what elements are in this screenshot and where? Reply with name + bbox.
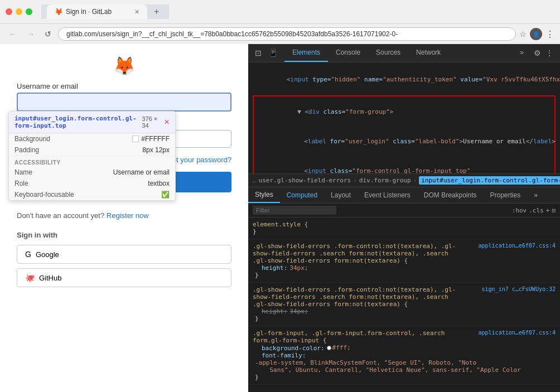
tab-network[interactable]: Network (408, 44, 448, 62)
register-text: Don't have an account yet? Register now (0, 211, 248, 220)
element-picker-button[interactable]: ⊡ (253, 46, 264, 60)
bg-label: Background (15, 135, 50, 143)
google-icon: G (25, 250, 31, 259)
tooltip-close-icon[interactable]: ✕ (164, 118, 170, 126)
styles-tab-bar: Styles Computed Layout Event Listeners D… (248, 187, 560, 204)
new-rule-icon[interactable]: ⊡ (552, 207, 556, 214)
breadcrumb-ellipsis: … (253, 177, 257, 184)
more-options-button[interactable]: ⋮ (545, 29, 554, 40)
tab-sources[interactable]: Sources (368, 44, 408, 62)
prop-name-height-2: height: (253, 308, 287, 315)
settings-icon[interactable]: ⚙ (532, 46, 543, 60)
minimize-button[interactable] (16, 8, 22, 15)
styles-tab-more[interactable]: » (527, 188, 544, 202)
github-icon: 🐙 (25, 273, 35, 282)
html-line-4: <input class="form-control gl-form-input… (256, 156, 552, 174)
sign-in-with-label: Sign in with (17, 231, 231, 239)
username-input[interactable] (17, 93, 231, 112)
style-rule-element: element.style { } (248, 217, 560, 239)
a11y-name-label: Name (15, 168, 32, 176)
devtools-panel: ⊡ 📱 Elements Console Sources Network » ⚙… (248, 44, 560, 392)
prop-val-height-2: 34px; (289, 308, 308, 315)
filter-input[interactable] (253, 206, 336, 215)
tooltip-size: 376 × 34 (142, 115, 160, 129)
rule-header-4: .gl-form-input, .gl-form-input.form-cont… (253, 330, 556, 344)
back-button[interactable]: ← (6, 28, 20, 40)
styles-tab-computed[interactable]: Computed (280, 188, 324, 202)
profile-button[interactable]: 👤 (530, 28, 542, 40)
hov-toggle[interactable]: :hov (512, 207, 527, 214)
gitlab-page: input#user_login.form-control.gl-form-in… (0, 44, 248, 392)
tab-close-button[interactable]: ✕ (134, 8, 139, 16)
html-line-3: <label for="user_login" class="label-bol… (256, 127, 552, 157)
forward-button[interactable]: → (23, 28, 38, 40)
accessibility-section: ACCESSIBILITY Name Username or email Rol… (9, 156, 175, 200)
prop-val-bg: #fff; (332, 344, 351, 351)
styles-tab-styles[interactable]: Styles (248, 187, 280, 203)
prop-row-height-1: height: 34px; (253, 264, 556, 272)
title-bar: 🦊 Sign in · GitLab ✕ + (0, 0, 560, 23)
a11y-role-row: Role textbox (9, 178, 175, 189)
source-4[interactable]: application…e6f07.css:4 (479, 330, 556, 336)
styles-tab-layout[interactable]: Layout (324, 188, 358, 202)
devtools-more-options[interactable]: ⋮ (543, 46, 556, 60)
tooltip-element-name: input#user_login.form-control.gl-form-in… (15, 115, 142, 129)
new-tab-button[interactable]: + (149, 4, 163, 19)
gitlab-logo: 🦊 (113, 56, 136, 76)
social-signin-section: Sign in with G Google 🐙 GitHub (0, 225, 248, 287)
rule-close-4: } (253, 374, 556, 381)
prop-val-height-1: 34px; (289, 264, 308, 272)
selector-1: element.style { (253, 221, 308, 228)
tooltip-box: input#user_login.form-control.gl-form-in… (8, 111, 176, 201)
padding-value: 8px 12px (142, 146, 170, 154)
accessibility-label: ACCESSIBILITY (9, 157, 175, 167)
tab-more-button[interactable]: » (512, 44, 532, 62)
source-2[interactable]: application…e6f07.css:4 (479, 243, 556, 249)
address-bar: ← → ↺ ☆ 👤 ⋮ (0, 23, 560, 44)
devtools-tab-bar: ⊡ 📱 Elements Console Sources Network » ⚙… (248, 44, 560, 62)
tooltip-header: input#user_login.form-control.gl-form-in… (9, 112, 175, 133)
prop-row-bg: background-color: #fff; (253, 344, 556, 352)
google-signin-button[interactable]: G Google (17, 245, 231, 264)
styles-tab-event-listeners[interactable]: Event Listeners (358, 188, 417, 202)
add-style-button[interactable]: + (546, 207, 550, 214)
main-area: input#user_login.form-control.gl-form-in… (0, 44, 560, 392)
register-link[interactable]: Register now (107, 211, 149, 220)
cls-toggle[interactable]: .cls (529, 207, 544, 214)
close-button[interactable] (6, 8, 12, 15)
element-tooltip: input#user_login.form-control.gl-form-in… (8, 111, 176, 201)
tab-title: Sign in · GitLab (66, 8, 131, 16)
reload-button[interactable]: ↺ (41, 28, 55, 40)
styles-panel: :hov .cls + ⊡ element.style { } .gl-show… (248, 204, 560, 392)
device-toggle-button[interactable]: 📱 (266, 46, 280, 60)
tab-elements[interactable]: Elements (284, 44, 328, 62)
rule-header-3: .gl-show-field-errors .form-control:not(… (253, 286, 556, 308)
a11y-name-row: Name Username or email (9, 167, 175, 178)
html-line-2: ▼ <div class="form-group"> (256, 98, 552, 127)
gitlab-logo-area: 🦊 (0, 44, 248, 82)
tab-bar: 🦊 Sign in · GitLab ✕ + (41, 4, 169, 19)
devtools-icons: ⊡ 📱 (253, 46, 280, 60)
github-signin-button[interactable]: 🐙 GitHub (17, 268, 231, 287)
prop-name-font: font-family: (253, 352, 306, 359)
styles-tab-dom-breakpoints[interactable]: DOM Breakpoints (417, 188, 484, 202)
prop-row-height-2: height: 34px; (253, 308, 556, 315)
rule-close-2: } (253, 272, 556, 279)
rule-header-2: .gl-show-field-errors .form-control:not(… (253, 243, 556, 264)
browser-chrome: 🦊 Sign in · GitLab ✕ + ← → ↺ ☆ 👤 ⋮ (0, 0, 560, 44)
bg-color-dot[interactable] (327, 346, 331, 350)
breadcrumb-item-1[interactable]: user.gl-show-field-errors (259, 177, 351, 184)
breadcrumb-item-2[interactable]: div.form-group (359, 177, 411, 184)
styles-tab-properties[interactable]: Properties (484, 188, 528, 202)
padding-label: Padding (15, 146, 39, 154)
tab-console[interactable]: Console (328, 44, 368, 62)
source-3[interactable]: sign_in? c…cFsUWUyo:32 (482, 286, 556, 292)
tooltip-bg-row: Background #FFFFFF (9, 133, 175, 144)
bookmark-button[interactable]: ☆ (519, 30, 527, 38)
maximize-button[interactable] (26, 8, 32, 15)
filter-actions: :hov .cls + ⊡ (512, 207, 556, 214)
address-input[interactable] (58, 27, 516, 41)
username-label: Username or email (17, 82, 231, 90)
active-tab[interactable]: 🦊 Sign in · GitLab ✕ (47, 4, 147, 19)
breadcrumb-item-3[interactable]: input#user_login.form-control.gl-form-in… (419, 176, 560, 185)
